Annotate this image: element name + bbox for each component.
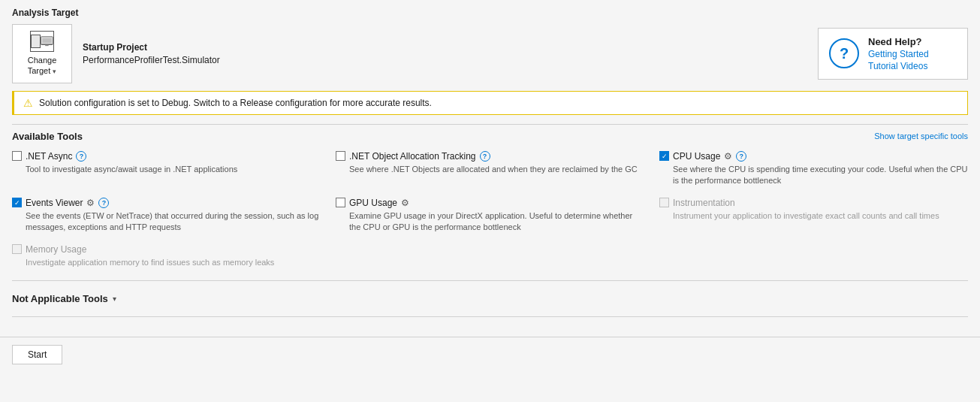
not-applicable-arrow: ▾ [113, 295, 116, 303]
tool-gpu-usage-header: GPU Usage ⚙ [336, 198, 644, 208]
startup-label: Startup Project [83, 42, 220, 53]
not-applicable-title: Not Applicable Tools [12, 293, 108, 304]
tool-events-viewer-header: ✓ Events Viewer ⚙ ? [12, 198, 321, 208]
svg-rect-1 [42, 38, 51, 44]
help-icon: ? [829, 38, 859, 68]
cpu-usage-checkbox[interactable]: ✓ [659, 151, 669, 161]
help-text: Need Help? Getting Started Tutorial Vide… [868, 36, 929, 71]
tool-memory-usage: Memory Usage Investigate application mem… [12, 244, 321, 268]
target-left: ChangeTarget ▾ Startup Project Performan… [12, 24, 220, 83]
available-tools-header: Available Tools Show target specific too… [12, 131, 968, 142]
instrumentation-checkbox[interactable] [659, 198, 669, 207]
getting-started-link[interactable]: Getting Started [868, 49, 929, 59]
cpu-usage-description: See where the CPU is spending time execu… [659, 164, 968, 187]
tool-cpu-usage-header: ✓ CPU Usage ⚙ ? [659, 151, 968, 162]
start-button[interactable]: Start [12, 345, 62, 364]
net-object-allocation-checkbox[interactable] [336, 151, 345, 161]
tool-net-async: .NET Async ? Tool to investigate async/a… [12, 151, 321, 187]
gpu-usage-description: Examine GPU usage in your DirectX applic… [336, 210, 644, 234]
events-viewer-name: Events Viewer [26, 198, 83, 208]
change-target-button[interactable]: ChangeTarget ▾ [12, 24, 72, 83]
instrumentation-description: Instrument your application to investiga… [659, 210, 968, 222]
startup-info: Startup Project PerformanceProfilerTest.… [83, 42, 220, 65]
dropdown-arrow: ▾ [53, 68, 56, 75]
show-target-specific-link[interactable]: Show target specific tools [874, 131, 968, 141]
gpu-usage-checkbox[interactable] [336, 198, 345, 207]
instrumentation-name: Instrumentation [673, 198, 735, 208]
net-async-checkbox[interactable] [12, 151, 22, 161]
net-object-allocation-description: See where .NET Objects are allocated and… [336, 164, 644, 175]
net-async-description: Tool to investigate async/await usage in… [12, 164, 321, 175]
svg-rect-3 [45, 44, 48, 46]
gpu-usage-gear-icon[interactable]: ⚙ [401, 198, 409, 208]
tool-instrumentation: Instrumentation Instrument your applicat… [659, 198, 968, 234]
help-box: ? Need Help? Getting Started Tutorial Vi… [818, 28, 968, 80]
tutorial-videos-link[interactable]: Tutorial Videos [868, 61, 929, 71]
events-viewer-gear-icon[interactable]: ⚙ [86, 198, 95, 208]
warning-bar: ⚠ Solution configuration is set to Debug… [12, 91, 968, 115]
tool-net-async-header: .NET Async ? [12, 151, 321, 162]
gpu-usage-name: GPU Usage [349, 198, 397, 208]
tool-instrumentation-header: Instrumentation [659, 198, 968, 208]
tool-gpu-usage: GPU Usage ⚙ Examine GPU usage in your Di… [336, 198, 644, 234]
memory-usage-description: Investigate application memory to find i… [12, 257, 321, 268]
tool-cpu-usage: ✓ CPU Usage ⚙ ? See where the CPU is spe… [659, 151, 968, 187]
change-target-icon [30, 31, 54, 52]
memory-usage-checkbox[interactable] [12, 244, 22, 254]
events-viewer-info-icon[interactable]: ? [98, 198, 109, 208]
tool-events-viewer: ✓ Events Viewer ⚙ ? See the events (ETW … [12, 198, 321, 234]
warning-text: Solution configuration is set to Debug. … [39, 98, 432, 108]
tools-grid: .NET Async ? Tool to investigate async/a… [12, 151, 968, 268]
target-row: ChangeTarget ▾ Startup Project Performan… [12, 24, 968, 83]
cpu-usage-gear-icon[interactable]: ⚙ [724, 151, 732, 162]
net-object-allocation-info-icon[interactable]: ? [480, 151, 490, 162]
tool-memory-usage-header: Memory Usage [12, 244, 321, 255]
net-object-allocation-name: .NET Object Allocation Tracking [349, 151, 476, 162]
divider-2 [12, 280, 968, 281]
help-title: Need Help? [868, 36, 929, 47]
events-viewer-description: See the events (ETW or NetTrace) that oc… [12, 210, 321, 234]
available-tools-title: Available Tools [12, 131, 83, 142]
net-async-info-icon[interactable]: ? [76, 151, 86, 162]
startup-value: PerformanceProfilerTest.Simulator [83, 55, 220, 65]
divider-3 [12, 316, 968, 317]
net-async-name: .NET Async [26, 151, 72, 162]
memory-usage-name: Memory Usage [26, 244, 86, 255]
change-target-label: ChangeTarget ▾ [28, 55, 57, 77]
warning-icon: ⚠ [23, 97, 33, 109]
tool-net-object-allocation-header: .NET Object Allocation Tracking ? [336, 151, 644, 162]
cpu-usage-info-icon[interactable]: ? [736, 151, 746, 162]
divider-1 [12, 124, 968, 125]
events-viewer-checkbox[interactable]: ✓ [12, 198, 22, 207]
section-title: Analysis Target [12, 8, 968, 18]
not-applicable-section: Not Applicable Tools ▾ [12, 287, 968, 310]
tool-net-object-allocation: .NET Object Allocation Tracking ? See wh… [336, 151, 644, 187]
footer-bar: Start [0, 337, 980, 372]
not-applicable-header[interactable]: Not Applicable Tools ▾ [12, 287, 968, 310]
target-icon-svg [41, 32, 53, 50]
cpu-usage-name: CPU Usage [673, 151, 720, 162]
